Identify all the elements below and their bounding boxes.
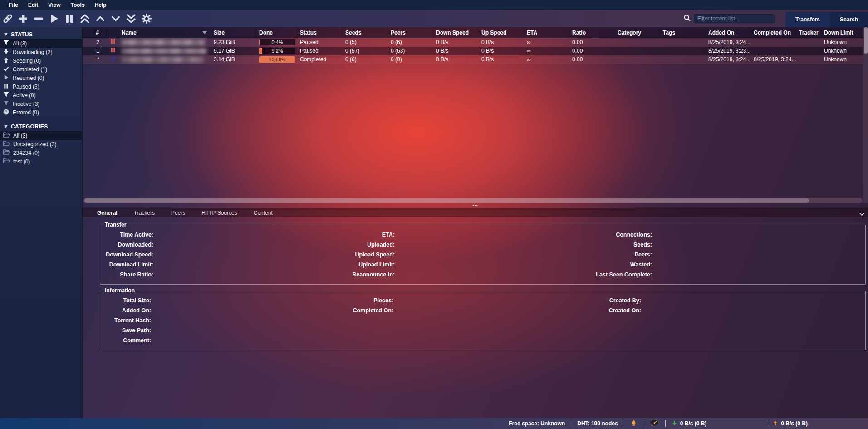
menu-view[interactable]: View (43, 2, 65, 8)
tab-trackers[interactable]: Trackers (126, 208, 163, 217)
torrent-row[interactable]: 2 9.23 GiB 0.4% Paused 0 (5) 0 (6) 0 B/s… (83, 38, 863, 47)
sidebar-category-234234[interactable]: 234234 (0) (0, 148, 82, 157)
information-group: Information Total Size: Pieces: Created … (100, 287, 866, 350)
value-download-limit (153, 260, 340, 270)
paused-state-icon (111, 47, 115, 55)
value-comment (151, 335, 339, 345)
value-upload-limit (395, 260, 585, 270)
torrent-row[interactable]: 1 5.17 GiB 9.2% Paused 0 (57) 0 (63) 0 B… (83, 47, 863, 55)
column-header-up-speed[interactable]: Up Speed (479, 27, 524, 38)
redacted-torrent-name (122, 39, 205, 45)
sidebar-item-inactive[interactable]: Inactive (3) (0, 99, 82, 108)
categories-section-header[interactable]: CATEGORIES (0, 122, 82, 131)
sidebar-item-all[interactable]: All (3) (0, 39, 82, 48)
double-chevron-down-icon (126, 13, 137, 24)
column-header-added-on[interactable]: Added On (706, 27, 751, 38)
pause-button[interactable] (62, 12, 77, 25)
add-torrent-file-button[interactable] (15, 12, 31, 25)
vertical-scrollbar-thumb[interactable] (864, 27, 868, 54)
horizontal-scrollbar-thumb[interactable] (84, 198, 809, 203)
column-header-completed-on[interactable]: Completed On (751, 27, 796, 38)
panel-collapse-icon[interactable] (859, 211, 864, 217)
horizontal-scrollbar[interactable] (83, 198, 863, 203)
label-reannounce-in: Reannounce In: (340, 270, 395, 280)
label-seeds: Seeds: (585, 240, 652, 250)
sort-descending-icon (202, 31, 207, 34)
column-header-status[interactable]: Status (297, 27, 343, 38)
transfer-legend: Transfer (103, 222, 128, 228)
status-section-header[interactable]: STATUS (0, 30, 82, 39)
label-upload-speed: Upload Speed: (340, 250, 395, 260)
resize-dots-icon: ••• (472, 204, 478, 207)
search-icon (683, 14, 691, 23)
sidebar-item-paused[interactable]: Paused (3) (0, 82, 82, 91)
connection-status-button[interactable] (624, 418, 643, 429)
column-header-down-speed[interactable]: Down Speed (433, 27, 479, 38)
vertical-scrollbar[interactable] (863, 27, 868, 203)
menu-help[interactable]: Help (90, 2, 112, 8)
value-completed-on (393, 306, 575, 316)
menu-edit[interactable]: Edit (23, 2, 44, 8)
value-peers (652, 250, 861, 260)
torrent-row[interactable]: * 3.14 GiB 100.0% Completed 0 (6) 0 (0) … (83, 55, 863, 64)
tab-peers[interactable]: Peers (163, 208, 193, 217)
column-header-eta[interactable]: ETA (524, 27, 569, 38)
increase-priority-button[interactable] (93, 12, 108, 25)
column-header-down-limit[interactable]: Down Limit (821, 27, 863, 38)
label-last-seen-complete: Last Seen Complete: (585, 270, 652, 280)
column-header-state[interactable] (107, 27, 119, 38)
add-torrent-link-button[interactable] (0, 12, 15, 25)
column-header-tracker[interactable]: Tracker (796, 27, 821, 38)
column-header-done[interactable]: Done (256, 27, 297, 38)
sidebar-item-downloading[interactable]: Downloading (2) (0, 48, 82, 56)
label-created-on: Created On: (575, 306, 641, 316)
top-priority-button[interactable] (77, 12, 93, 25)
delete-torrent-button[interactable] (31, 12, 46, 25)
sidebar-category-test[interactable]: test (0) (0, 157, 82, 166)
sidebar-item-completed[interactable]: Completed (1) (0, 65, 82, 74)
menu-tools[interactable]: Tools (65, 2, 89, 8)
tab-http-sources[interactable]: HTTP Sources (193, 208, 245, 217)
column-header-name[interactable]: Name (119, 27, 211, 38)
tab-content[interactable]: Content (245, 208, 281, 217)
value-created-by (641, 296, 861, 306)
column-header-category[interactable]: Category (615, 27, 660, 38)
value-uploaded (395, 240, 585, 250)
download-speed-status[interactable]: 0 B/s (0 B) (666, 418, 713, 429)
menu-file[interactable]: File (4, 2, 23, 8)
panel-resize-handle[interactable]: ••• (83, 203, 868, 208)
tab-search[interactable]: Search (830, 12, 868, 27)
sidebar-item-seeding[interactable]: Seeding (0) (0, 56, 82, 65)
column-header-size[interactable]: Size (211, 27, 256, 38)
folder-icon (3, 158, 10, 165)
arrow-up-icon (3, 57, 10, 65)
completed-check-icon (110, 55, 116, 64)
sidebar-category-uncategorized[interactable]: Uncategorized (3) (0, 140, 82, 148)
sidebar-category-all[interactable]: All (3) (0, 131, 82, 140)
options-button[interactable] (139, 12, 154, 25)
resume-button[interactable] (46, 12, 62, 25)
sidebar-item-resumed[interactable]: Resumed (0) (0, 74, 82, 82)
bottom-priority-button[interactable] (123, 12, 139, 25)
filters-sidebar: STATUS All (3) Downloading (2) Seeding (… (0, 27, 83, 418)
tab-transfers[interactable]: Transfers (785, 12, 830, 27)
decrease-priority-button[interactable] (108, 12, 123, 25)
column-header-seeds[interactable]: Seeds (343, 27, 388, 38)
upload-speed-status[interactable]: 0 B/s (0 B) (766, 418, 814, 429)
tab-general[interactable]: General (89, 208, 126, 217)
column-header-ratio[interactable]: Ratio (569, 27, 615, 38)
column-header-number[interactable]: # (83, 27, 107, 38)
column-header-tags[interactable]: Tags (660, 27, 706, 38)
alt-speed-limits-button[interactable] (643, 418, 665, 429)
plus-icon (18, 13, 29, 24)
value-save-path (151, 325, 339, 335)
collapse-triangle-icon (4, 33, 8, 36)
label-connections: Connections: (585, 230, 652, 240)
filter-torrent-input[interactable] (694, 14, 775, 23)
sidebar-item-errored[interactable]: Errored (0) (0, 108, 82, 117)
progress-bar: 100.0% (259, 56, 295, 63)
sidebar-item-active[interactable]: Active (0) (0, 91, 82, 99)
column-header-peers[interactable]: Peers (388, 27, 433, 38)
filter-box (683, 14, 775, 23)
label-total-size: Total Size: (100, 296, 151, 306)
